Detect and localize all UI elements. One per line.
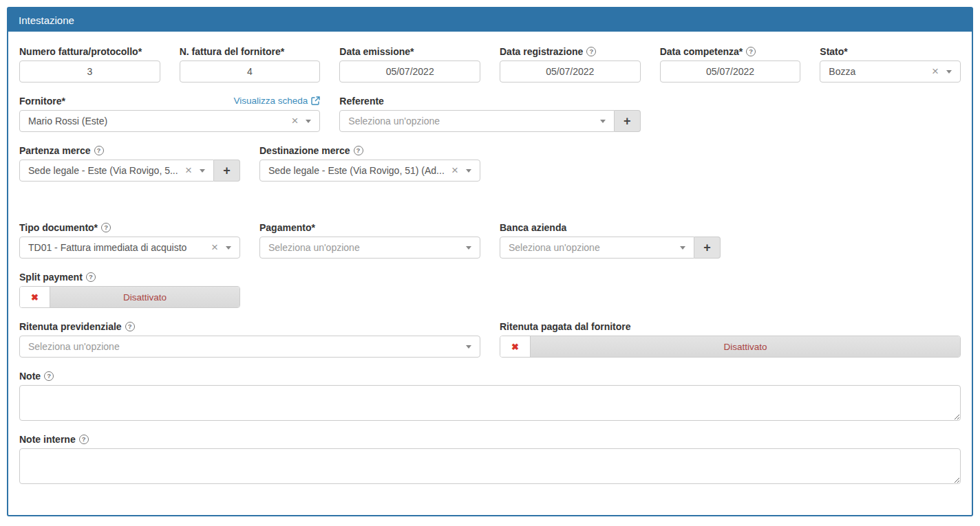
tipo-documento-label: Tipo documento* <box>19 222 98 233</box>
field-n-fattura-fornitore: N. fattura del fornitore* <box>180 45 321 83</box>
numero-fattura-label: Numero fattura/protocollo* <box>19 46 142 57</box>
fornitore-select[interactable]: Mario Rossi (Este) × <box>19 110 320 132</box>
row-5: Split payment ? ✖ Disattivato <box>19 271 961 308</box>
visualizza-scheda-link[interactable]: Visualizza scheda <box>234 96 321 106</box>
panel-body: Numero fattura/protocollo* N. fattura de… <box>8 32 972 503</box>
tipo-documento-select[interactable]: TD01 - Fattura immediata di acquisto × <box>19 237 240 259</box>
ritenuta-pagata-label: Ritenuta pagata dal fornitore <box>500 321 631 332</box>
clear-icon[interactable]: × <box>932 65 939 77</box>
note-interne-textarea[interactable] <box>19 448 961 484</box>
chevron-down-icon[interactable] <box>466 246 471 250</box>
ritenuta-pagata-toggle[interactable]: ✖ Disattivato <box>500 336 961 358</box>
clear-icon[interactable]: × <box>185 164 192 176</box>
ritenuta-previdenziale-select[interactable]: Seleziona un'opzione <box>19 336 480 358</box>
pagamento-select[interactable]: Seleziona un'opzione <box>259 237 480 259</box>
row-3: Partenza merce ? Sede legale - Este (Via… <box>19 144 961 182</box>
destinazione-merce-value: Sede legale - Este (Via Rovigo, 51) (Ad.… <box>268 165 446 176</box>
panel-title: Intestazione <box>19 14 74 26</box>
field-note-interne: Note interne ? <box>19 433 961 484</box>
help-icon[interactable]: ? <box>86 272 96 282</box>
numero-fattura-input[interactable] <box>19 61 160 83</box>
page: Intestazione Numero fattura/protocollo* … <box>0 0 980 523</box>
field-ritenuta-pagata-dal-fornitore: Ritenuta pagata dal fornitore ✖ Disattiv… <box>500 320 961 358</box>
row-6: Ritenuta previdenziale ? Seleziona un'op… <box>19 320 961 358</box>
fornitore-value: Mario Rossi (Este) <box>28 116 286 127</box>
stato-select[interactable]: Bozza × <box>820 61 961 83</box>
field-data-competenza: Data competenza* ? <box>660 45 801 83</box>
panel-header: Intestazione <box>8 8 972 32</box>
note-textarea[interactable] <box>19 385 961 421</box>
note-interne-label: Note interne <box>19 434 76 445</box>
visualizza-scheda-label: Visualizza scheda <box>234 96 308 106</box>
field-fornitore: Fornitore* Visualizza scheda Mario Rossi… <box>19 95 320 132</box>
chevron-down-icon[interactable] <box>226 246 231 250</box>
partenza-merce-label: Partenza merce <box>19 145 91 156</box>
data-emissione-input[interactable] <box>339 61 480 83</box>
help-icon[interactable]: ? <box>44 371 54 381</box>
ritenuta-pagata-state: Disattivato <box>531 336 960 357</box>
n-fattura-fornitore-input[interactable] <box>180 61 321 83</box>
clear-icon[interactable]: × <box>211 241 218 253</box>
banca-azienda-label: Banca azienda <box>500 222 566 233</box>
help-icon[interactable]: ? <box>586 47 596 56</box>
external-link-icon <box>311 96 320 105</box>
fornitore-label: Fornitore* <box>19 96 65 107</box>
note-label: Note <box>19 371 41 382</box>
pagamento-label: Pagamento* <box>259 222 315 233</box>
row-4: Tipo documento* ? TD01 - Fattura immedia… <box>19 221 961 259</box>
destinazione-merce-label: Destinazione merce <box>259 145 350 156</box>
stato-value: Bozza <box>829 66 926 77</box>
field-numero-fattura-protocollo: Numero fattura/protocollo* <box>19 45 160 83</box>
data-registrazione-input[interactable] <box>500 61 641 83</box>
field-stato: Stato* Bozza × <box>820 45 961 83</box>
help-icon[interactable]: ? <box>101 223 111 232</box>
referente-label: Referente <box>339 96 384 107</box>
field-data-registrazione: Data registrazione ? <box>500 45 641 83</box>
field-partenza-merce: Partenza merce ? Sede legale - Este (Via… <box>19 144 240 182</box>
chevron-down-icon[interactable] <box>306 120 311 123</box>
help-icon[interactable]: ? <box>354 146 363 155</box>
split-payment-label: Split payment <box>19 272 83 283</box>
pagamento-placeholder: Seleziona un'opzione <box>268 242 460 253</box>
stato-label: Stato* <box>820 46 847 57</box>
field-destinazione-merce: Destinazione merce ? Sede legale - Este … <box>259 144 480 182</box>
field-ritenuta-previdenziale: Ritenuta previdenziale ? Seleziona un'op… <box>19 320 480 358</box>
data-competenza-input[interactable] <box>660 61 801 83</box>
chevron-down-icon[interactable] <box>946 70 952 74</box>
chevron-down-icon[interactable] <box>600 120 606 123</box>
chevron-down-icon[interactable] <box>466 345 471 349</box>
add-partenza-merce-button[interactable]: + <box>214 160 240 182</box>
intestazione-panel: Intestazione Numero fattura/protocollo* … <box>7 7 973 516</box>
field-tipo-documento: Tipo documento* ? TD01 - Fattura immedia… <box>19 221 240 259</box>
toggle-off-icon[interactable]: ✖ <box>20 287 50 307</box>
toggle-off-icon[interactable]: ✖ <box>500 336 531 357</box>
tipo-documento-value: TD01 - Fattura immediata di acquisto <box>28 242 206 253</box>
ritenuta-previdenziale-placeholder: Seleziona un'opzione <box>28 341 460 352</box>
ritenuta-previdenziale-label: Ritenuta previdenziale <box>19 321 122 332</box>
partenza-merce-value: Sede legale - Este (Via Rovigo, 5... <box>28 165 180 176</box>
split-payment-toggle[interactable]: ✖ Disattivato <box>19 286 240 308</box>
row-2: Fornitore* Visualizza scheda Mario Rossi… <box>19 95 961 132</box>
help-icon[interactable]: ? <box>79 435 89 444</box>
clear-icon[interactable]: × <box>291 115 298 127</box>
field-pagamento: Pagamento* Seleziona un'opzione <box>259 221 480 259</box>
chevron-down-icon[interactable] <box>466 169 471 173</box>
partenza-merce-select[interactable]: Sede legale - Este (Via Rovigo, 5... × <box>19 160 214 182</box>
help-icon[interactable]: ? <box>125 322 135 331</box>
field-banca-azienda: Banca azienda Seleziona un'opzione + <box>500 221 721 259</box>
referente-select[interactable]: Seleziona un'opzione <box>339 110 614 132</box>
add-referente-button[interactable]: + <box>615 110 641 132</box>
banca-azienda-select[interactable]: Seleziona un'opzione <box>500 237 694 259</box>
add-banca-azienda-button[interactable]: + <box>694 237 721 259</box>
row-7: Note ? <box>19 370 961 421</box>
chevron-down-icon[interactable] <box>680 246 685 250</box>
destinazione-merce-select[interactable]: Sede legale - Este (Via Rovigo, 51) (Ad.… <box>259 160 480 182</box>
chevron-down-icon[interactable] <box>200 169 205 173</box>
clear-icon[interactable]: × <box>451 164 458 176</box>
field-data-emissione: Data emissione* <box>339 45 480 83</box>
help-icon[interactable]: ? <box>94 146 104 155</box>
help-icon[interactable]: ? <box>746 47 756 56</box>
banca-azienda-placeholder: Seleziona un'opzione <box>509 242 674 253</box>
row-8: Note interne ? <box>19 433 961 484</box>
data-registrazione-label: Data registrazione <box>500 46 583 57</box>
